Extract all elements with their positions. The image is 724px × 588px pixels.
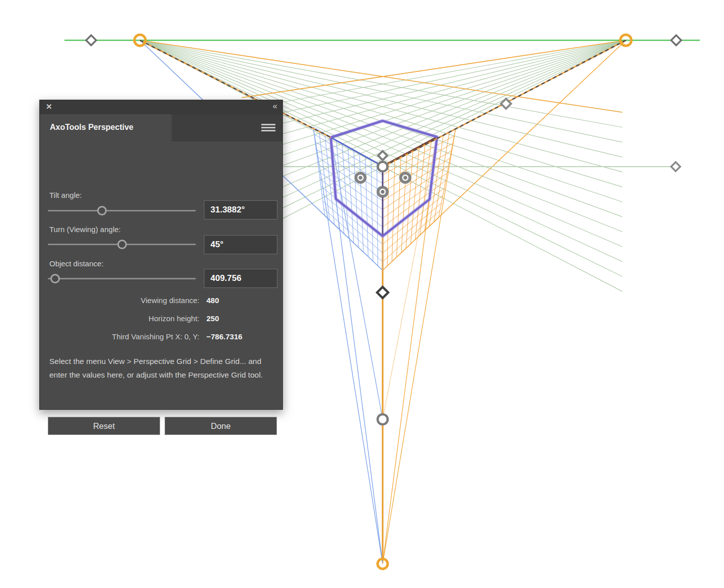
viewing-distance-label: Viewing distance:	[40, 296, 199, 305]
panel-menu-icon[interactable]	[261, 124, 275, 132]
viewing-distance-value: 480	[206, 296, 219, 305]
collapse-panel-icon[interactable]: «	[273, 101, 276, 111]
tab-axotools-perspective[interactable]: AxoTools Perspective	[40, 114, 172, 141]
grid-handle-diamond[interactable]	[378, 151, 387, 160]
object-distance-label: Object distance:	[49, 259, 104, 268]
plane-control-handle[interactable]	[377, 186, 389, 198]
tilt-angle-slider-knob[interactable]	[97, 206, 107, 215]
panel-body: Tilt angle: Turn (Viewing) angle: Object…	[40, 141, 282, 409]
turn-angle-slider[interactable]	[48, 244, 196, 245]
object-distance-slider[interactable]	[48, 278, 196, 279]
panel-titlebar[interactable]: ✕ «	[40, 100, 282, 114]
instructions-text: Select the menu View > Perspective Grid …	[49, 355, 272, 382]
third-vanishing-point-value: −786.7316	[206, 332, 242, 341]
grid-handle-diamond[interactable]	[86, 35, 96, 45]
plane-control-handle[interactable]	[354, 172, 367, 184]
third-vanishing-point-row: Third Vanishing Pt X: 0, Y: −786.7316	[40, 332, 276, 342]
axotools-perspective-panel: ✕ « AxoTools Perspective Tilt angle: Tur…	[39, 100, 283, 410]
illustrator-canvas: ✕ « AxoTools Perspective Tilt angle: Tur…	[0, 0, 724, 588]
horizon-height-value: 250	[206, 314, 219, 323]
grid-handle-diamond[interactable]	[671, 162, 680, 171]
right-wall-grid	[383, 128, 456, 270]
horizon-height-row: Horizon height: 250	[40, 314, 276, 324]
panel-title: AxoTools Perspective	[50, 123, 133, 132]
panel-tab-row: AxoTools Perspective	[40, 114, 282, 141]
done-button[interactable]: Done	[165, 417, 277, 435]
grid-handle-ring[interactable]	[378, 162, 388, 172]
reset-button[interactable]: Reset	[48, 417, 160, 435]
horizon-height-label: Horizon height:	[40, 314, 199, 323]
viewing-distance-row: Viewing distance: 480	[40, 296, 276, 306]
turn-angle-label: Turn (Viewing) angle:	[49, 225, 121, 234]
turn-angle-input[interactable]	[204, 235, 277, 254]
turn-angle-slider-knob[interactable]	[117, 240, 127, 249]
tilt-angle-slider[interactable]	[48, 210, 196, 211]
grid-handle-diamond[interactable]	[671, 35, 681, 45]
grid-handle-ring[interactable]	[378, 414, 388, 424]
tilt-angle-label: Tilt angle:	[49, 191, 82, 199]
grid-handle-diamond[interactable]	[377, 287, 388, 298]
object-distance-slider-knob[interactable]	[50, 274, 60, 283]
third-vanishing-point-label: Third Vanishing Pt X: 0, Y:	[40, 332, 199, 341]
tilt-angle-input[interactable]	[204, 200, 277, 219]
close-icon[interactable]: ✕	[46, 102, 52, 111]
plane-control-handle[interactable]	[399, 172, 411, 184]
object-distance-input[interactable]	[204, 269, 277, 288]
